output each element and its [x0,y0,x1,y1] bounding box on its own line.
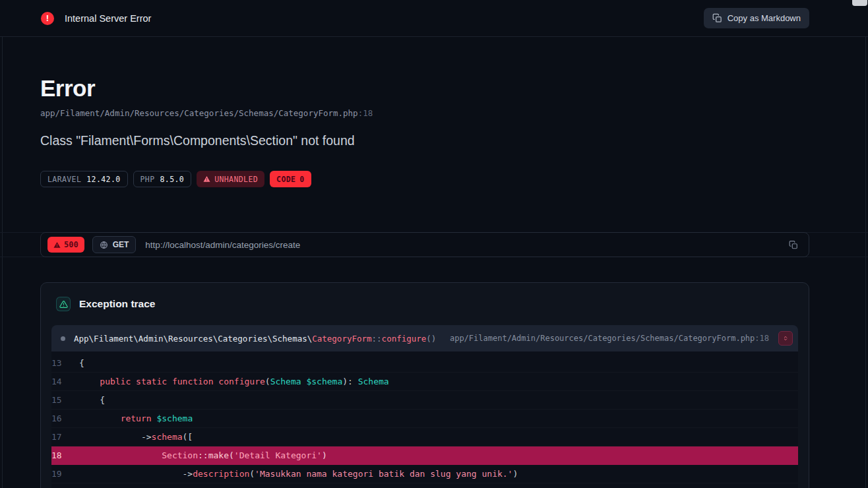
alert-triangle-icon [56,297,71,311]
unhandled-badge-label: UNHANDLED [214,175,258,184]
line-number: 19 [51,469,71,479]
file-line-number: :18 [358,108,373,118]
line-number: 16 [51,413,71,423]
error-message: Class "Filament\Forms\Components\Section… [40,133,355,148]
http-method-badge: GET [92,236,137,253]
code-text: return $schema [71,413,193,423]
trace-frame-header[interactable]: App\Filament\Admin\Resources\Categories\… [51,325,798,351]
code-text: ->schema([ [71,432,193,442]
code-line-15: 15 { [51,391,798,410]
frame-method: configure [382,334,427,344]
code-text: ->description('Masukkan nama kategori ba… [71,469,518,479]
code-text: public static function configure(Schema … [71,377,389,386]
line-number: 13 [51,358,71,368]
request-bar: 500 GET http://localhost/admin/categorie… [40,232,809,257]
code-line-13: 13{ [51,354,798,373]
code-text: { [71,395,105,405]
frame-class: CategoryForm [312,334,371,344]
laravel-error-page: ! Internal Server Error Copy as Markdown… [0,0,868,488]
code-line-20: 20 ->schema([ [51,483,798,488]
frame-line-right [865,37,866,488]
laravel-badge-label: LARAVEL [47,175,81,184]
laravel-badge-value: 12.42.0 [86,175,120,184]
code-line-18: 18 Section::make('Detail Kategori') [51,446,798,465]
topbar-title: Internal Server Error [65,13,151,24]
laravel-version-badge: LARAVEL 12.42.0 [40,171,128,187]
exception-trace-card: Exception trace App\Filament\Admin\Resou… [40,282,809,488]
globe-icon [100,241,108,249]
request-url: http://localhost/admin/categories/create [145,240,300,250]
badges-row: LARAVEL 12.42.0 PHP 8.5.0 UNHANDLED CODE… [40,171,311,187]
frame-line-left [2,37,3,488]
error-circle-icon: ! [41,12,54,25]
code-text: Section::make('Detail Kategori') [71,450,327,460]
file-path-text: app/Filament/Admin/Resources/Categories/… [40,108,358,118]
unfold-icon [783,334,788,342]
exception-trace-header: Exception trace [41,283,809,325]
code-line-14: 14 public static function configure(Sche… [51,373,798,391]
frame-file-path-text: app/Filament/Admin/Resources/Categories/… [450,334,755,343]
collapse-frame-button[interactable] [778,331,793,346]
warning-triangle-icon [203,175,210,183]
code-line-16: 16 return $schema [51,410,798,428]
code-lines: 13{14 public static function configure(S… [51,351,798,488]
exception-trace-title: Exception trace [79,298,155,310]
frame-file-path: app/Filament/Admin/Resources/Categories/… [450,334,769,343]
frame-operator: :: [372,334,382,344]
php-version-badge: PHP 8.5.0 [133,171,192,187]
php-badge-value: 8.5.0 [160,175,185,184]
line-number: 15 [51,395,71,405]
topbar: ! Internal Server Error Copy as Markdown [0,0,868,37]
code-text: { [71,358,84,368]
code-line-19: 19 ->description('Masukkan nama kategori… [51,465,798,483]
http-status-badge: 500 [47,237,84,253]
http-method-value: GET [113,240,129,249]
error-file-path: app/Filament/Admin/Resources/Categories/… [40,108,373,118]
copy-icon [789,240,798,250]
line-number: 18 [51,450,71,460]
line-number: 14 [51,377,71,386]
line-number: 17 [51,432,71,442]
code-badge-value: 0 [299,175,304,184]
http-status-value: 500 [64,240,78,249]
frame-parens: () [426,334,436,344]
copy-url-button[interactable] [785,236,802,253]
trace-frame: App\Filament\Admin\Resources\Categories\… [51,325,798,488]
scrollbar-thumb[interactable] [852,0,867,6]
frame-file-line: :18 [755,334,769,343]
unhandled-badge: UNHANDLED [197,171,264,187]
code-badge-label: CODE [276,175,295,184]
copy-as-markdown-label: Copy as Markdown [728,13,801,23]
page-title: Error [40,75,95,102]
copy-icon [712,13,722,23]
frame-bullet-icon [61,336,65,341]
code-line-17: 17 ->schema([ [51,428,798,446]
warning-triangle-icon [53,241,61,249]
code-badge: CODE 0 [270,171,311,187]
copy-as-markdown-button[interactable]: Copy as Markdown [704,8,809,28]
php-badge-label: PHP [140,175,155,184]
frame-namespace: App\Filament\Admin\Resources\Categories\… [74,334,312,344]
